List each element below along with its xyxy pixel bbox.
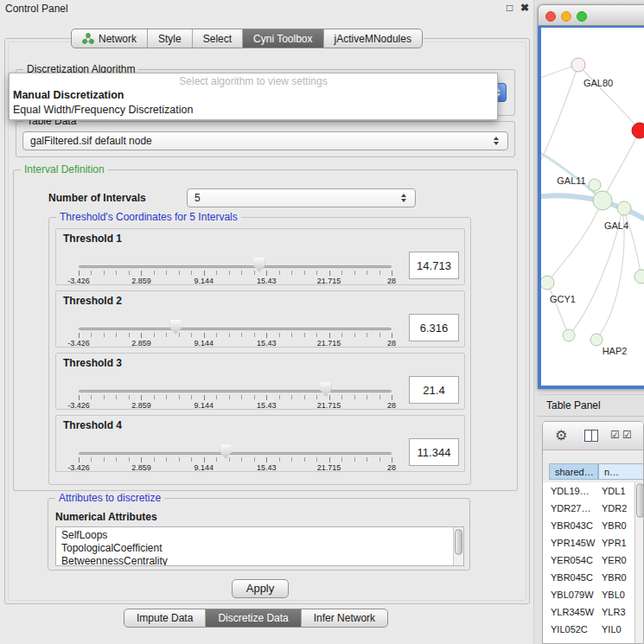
number-of-intervals-combo[interactable]: 5 bbox=[187, 188, 416, 207]
node-hap2[interactable] bbox=[590, 334, 603, 346]
cell-name[interactable]: YLR3 bbox=[598, 603, 626, 621]
tab-jactivemnodules[interactable]: jActiveMNodules bbox=[323, 29, 422, 48]
cell-name[interactable]: YDL1 bbox=[598, 482, 626, 500]
slider-ticks bbox=[79, 395, 392, 399]
cell-shared-name[interactable]: YIL052C bbox=[543, 621, 598, 638]
scrollbar-thumb[interactable] bbox=[455, 529, 462, 555]
network-icon bbox=[82, 33, 94, 44]
tab-label: Network bbox=[99, 33, 137, 45]
numerical-attributes-list: SelfLoops TopologicalCoefficient Between… bbox=[55, 526, 464, 566]
network-canvas[interactable]: GAL80 GAL11 GAL4 GCY1 HAP2 bbox=[538, 26, 644, 389]
node-selected-red[interactable] bbox=[632, 123, 644, 138]
tab-discretize-data[interactable]: Discretize Data bbox=[205, 609, 300, 627]
node[interactable] bbox=[593, 191, 612, 210]
tab-select[interactable]: Select bbox=[192, 29, 242, 48]
threshold-3-block: Threshold 3 -3.426 2.859 9.144 15.43 21.… bbox=[55, 353, 465, 410]
threshold-2-value-field[interactable]: 6.316 bbox=[409, 314, 459, 341]
table-row[interactable]: YPR145WYPR1 bbox=[543, 534, 644, 552]
threshold-3-slider[interactable]: -3.426 2.859 9.144 15.43 21.715 28 bbox=[79, 378, 392, 411]
node-gal4[interactable] bbox=[617, 201, 631, 215]
table-row[interactable]: YER054CYER0 bbox=[543, 552, 644, 569]
zoom-traffic-light[interactable] bbox=[577, 11, 587, 22]
tab-label: Discretize Data bbox=[218, 612, 288, 624]
threshold-2-slider[interactable]: -3.426 2.859 9.144 15.43 21.715 28 bbox=[79, 316, 392, 348]
threshold-3-value-field[interactable]: 21.4 bbox=[409, 376, 459, 404]
table-data-combo[interactable]: galFiltered.sif default node bbox=[22, 131, 508, 150]
tab-label: Style bbox=[158, 33, 182, 45]
threshold-1-slider[interactable]: -3.426 2.859 9.144 15.43 21.715 28 bbox=[79, 253, 392, 286]
node-gal80[interactable] bbox=[571, 58, 585, 72]
close-icon[interactable]: ✖ bbox=[520, 2, 529, 14]
cell-name[interactable]: YBR0 bbox=[598, 569, 627, 586]
table-row[interactable]: YDR27…YDR2 bbox=[543, 500, 644, 517]
minimize-traffic-light[interactable] bbox=[561, 11, 571, 22]
tab-style[interactable]: Style bbox=[147, 29, 192, 48]
columns-icon[interactable] bbox=[584, 430, 598, 442]
checkbox-icon[interactable]: ☑ bbox=[622, 429, 632, 441]
float-window-icon[interactable]: □ bbox=[507, 2, 513, 14]
cell-shared-name[interactable]: YDR27… bbox=[543, 500, 598, 517]
checkbox-icon[interactable]: ☑ bbox=[610, 429, 620, 441]
slider-track[interactable] bbox=[79, 265, 392, 268]
cell-name[interactable]: YBR0 bbox=[598, 517, 627, 534]
node[interactable] bbox=[563, 329, 575, 341]
attributes-group-label: Attributes to discretize bbox=[55, 492, 164, 504]
list-item[interactable]: TopologicalCoefficient bbox=[56, 542, 463, 555]
table-row[interactable]: YLR345WYLR3 bbox=[543, 603, 644, 621]
tab-cyni-toolbox[interactable]: Cyni Toolbox bbox=[242, 29, 322, 48]
table-scrollbar[interactable] bbox=[634, 482, 644, 643]
tab-network[interactable]: Network bbox=[72, 29, 147, 48]
node-label-gal4: GAL4 bbox=[604, 220, 628, 231]
cell-name[interactable]: YIL0 bbox=[598, 621, 622, 638]
scrollbar-thumb[interactable] bbox=[636, 483, 644, 518]
cell-shared-name[interactable]: YDL19… bbox=[543, 482, 598, 500]
cell-shared-name[interactable]: YPR145W bbox=[543, 534, 598, 552]
slider-track[interactable] bbox=[79, 452, 392, 455]
apply-button[interactable]: Apply bbox=[232, 579, 289, 598]
node-gal11[interactable] bbox=[589, 179, 601, 191]
list-scrollbar[interactable] bbox=[453, 527, 463, 565]
column-header-shared-name[interactable]: shared… bbox=[549, 463, 598, 480]
table-row[interactable]: YDL19…YDL1 bbox=[543, 482, 644, 500]
threshold-4-block: Threshold 4 -3.426 2.859 9.144 15.43 21.… bbox=[55, 415, 465, 472]
table-row[interactable]: YBR045CYBR0 bbox=[543, 569, 644, 586]
cell-name[interactable]: YER0 bbox=[598, 552, 627, 569]
threshold-4-slider[interactable]: -3.426 2.859 9.144 15.43 21.715 28 bbox=[79, 440, 392, 473]
tab-infer-network[interactable]: Infer Network bbox=[301, 609, 387, 627]
table-row[interactable]: YIL052CYIL0 bbox=[543, 621, 644, 638]
table-panel-title: Table Panel bbox=[546, 399, 601, 411]
node[interactable] bbox=[634, 270, 644, 284]
table-row[interactable]: YBR043CYBR0 bbox=[543, 517, 644, 534]
threshold-2-label: Threshold 2 bbox=[63, 295, 122, 307]
threshold-1-block: Threshold 1 -3.426 2.859 9.144 15.43 21.… bbox=[55, 228, 465, 285]
tab-label: Impute Data bbox=[137, 612, 193, 624]
cell-name[interactable]: YBL0 bbox=[598, 586, 625, 603]
cell-shared-name[interactable]: YBR045C bbox=[543, 569, 598, 586]
cell-name[interactable]: YPR1 bbox=[598, 534, 627, 552]
network-graph: GAL80 GAL11 GAL4 GCY1 HAP2 bbox=[541, 28, 644, 384]
threshold-1-value-field[interactable]: 14.713 bbox=[409, 252, 459, 279]
list-item[interactable]: BetweennessCentrality bbox=[56, 555, 463, 566]
cell-shared-name[interactable]: YBR043C bbox=[543, 517, 598, 534]
table-row[interactable]: YBL079WYBL0 bbox=[543, 586, 644, 603]
tab-label: jActiveMNodules bbox=[335, 33, 411, 45]
tab-impute-data[interactable]: Impute Data bbox=[124, 609, 205, 627]
network-view-window: GAL80 GAL11 GAL4 GCY1 HAP2 bbox=[538, 4, 644, 389]
slider-track[interactable] bbox=[79, 390, 392, 392]
algorithm-option-manual[interactable]: Manual Discretization bbox=[10, 88, 497, 103]
network-window-titlebar[interactable] bbox=[538, 4, 644, 26]
slider-track[interactable] bbox=[79, 328, 392, 330]
list-item[interactable]: SelfLoops bbox=[56, 527, 463, 542]
interval-definition-label: Interval Definition bbox=[21, 163, 108, 175]
cell-shared-name[interactable]: YLR345W bbox=[543, 603, 598, 621]
close-traffic-light[interactable] bbox=[545, 11, 556, 22]
cell-name[interactable]: YDR2 bbox=[598, 500, 627, 517]
column-header-name[interactable]: n… bbox=[598, 463, 644, 480]
threshold-2-block: Threshold 2 -3.426 2.859 9.144 15.43 21.… bbox=[55, 290, 465, 348]
gear-icon[interactable]: ⚙ bbox=[555, 427, 567, 443]
node-gcy1[interactable] bbox=[541, 276, 554, 290]
cell-shared-name[interactable]: YER054C bbox=[543, 552, 598, 569]
threshold-4-value-field[interactable]: 11.344 bbox=[409, 438, 459, 466]
algorithm-option-equal-width[interactable]: Equal Width/Frequency Discretization bbox=[10, 103, 497, 118]
cell-shared-name[interactable]: YBL079W bbox=[543, 586, 598, 603]
